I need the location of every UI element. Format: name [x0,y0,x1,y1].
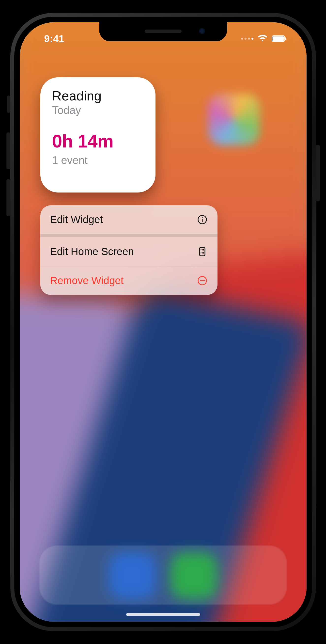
device-mockup: 9:41 Reading [0,0,326,644]
silence-switch [7,96,10,113]
wifi-icon [257,35,268,42]
apps-grid-icon [197,246,208,257]
speaker-grille [145,30,182,33]
front-camera [199,28,205,34]
menu-edit-widget[interactable]: Edit Widget [40,205,218,234]
phone-bezel: 9:41 Reading [14,17,312,627]
widget-context-menu: Edit Widget Edit Home Screen [40,205,218,295]
svg-rect-6 [200,248,205,256]
svg-point-8 [202,249,203,250]
widget-duration: 0h 14m [52,131,144,152]
notch [99,22,227,41]
status-icons [241,29,289,42]
svg-point-16 [201,253,201,254]
menu-separator [40,234,218,237]
widget-events: 1 event [52,154,144,166]
home-indicator[interactable] [126,613,200,616]
power-button [316,145,320,201]
svg-point-12 [203,250,204,251]
svg-rect-2 [285,38,286,40]
menu-label: Edit Widget [50,214,103,226]
svg-point-13 [201,252,201,252]
volume-up-button [6,132,10,169]
menu-remove-widget[interactable]: Remove Widget [40,266,218,295]
widget-subtitle: Today [52,104,144,116]
menu-label: Remove Widget [50,275,124,286]
battery-icon [272,35,287,42]
svg-point-11 [202,250,203,251]
svg-point-17 [202,253,203,254]
svg-point-5 [202,217,203,218]
menu-label: Edit Home Screen [50,246,134,258]
svg-point-18 [203,253,204,254]
svg-rect-1 [273,36,284,41]
cellular-icon [241,38,253,40]
svg-point-9 [203,249,204,250]
screen[interactable]: 9:41 Reading [20,22,307,622]
volume-down-button [6,179,10,216]
remove-minus-icon [197,275,208,286]
dock-app-blurred [171,552,217,599]
reading-widget[interactable]: Reading Today 0h 14m 1 event [40,77,155,192]
svg-point-10 [201,250,201,251]
widget-title: Reading [52,88,144,103]
info-icon [197,214,208,225]
svg-point-15 [203,252,204,252]
status-time: 9:41 [37,27,64,44]
dock [39,546,287,604]
svg-point-7 [201,249,201,250]
svg-point-14 [202,252,203,252]
blurred-app-icon [208,94,260,145]
menu-edit-home-screen[interactable]: Edit Home Screen [40,237,218,266]
dock-app-blurred [109,552,156,599]
phone-frame: 9:41 Reading [9,12,317,632]
